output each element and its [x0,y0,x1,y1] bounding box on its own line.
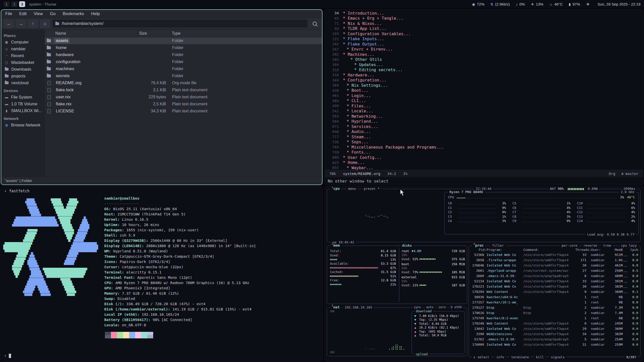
menu-item[interactable]: Go [50,11,56,16]
shell-prompt[interactable]: › [4,353,11,358]
search-button[interactable] [310,20,319,28]
org-heading-line[interactable]: 344 * Configuration... [325,78,643,83]
toolbar-nav-button[interactable] [4,19,14,28]
org-heading-line[interactable]: 384 * Nix Settings... [325,83,643,88]
process-row[interactable]: 178616 btop btop 2 nambiar 7.4M 0.0 [469,310,640,315]
workspace-button[interactable]: 3 [19,1,25,7]
disks-box-title[interactable]: disks [400,244,413,247]
org-heading-line[interactable]: 563 * Networking... [325,114,643,119]
terminate-button[interactable]: terminate [510,355,530,359]
cpu-box-title[interactable]: 1cpu [330,187,341,191]
org-heading-line[interactable]: 698 * Audio... [325,129,643,134]
org-heading-line[interactable]: 267 * Envrc + Direnv... [325,47,643,52]
net-control-button[interactable]: b eth0 [450,305,463,309]
file-row[interactable]: user.nix 229 bytes Plain text document [45,94,322,101]
net-control-button[interactable]: zero [437,305,447,309]
mem-box-title[interactable]: 2mem [330,243,341,247]
org-heading-line[interactable]: 316 * Hardware... [325,72,643,78]
org-heading-line[interactable]: 71 * Nix & Nixos... [325,21,643,26]
org-heading-line[interactable]: 162 * Flake Output... [325,41,643,47]
org-heading-line[interactable]: 461 * Login... [325,93,643,98]
menu-item[interactable]: Help [91,11,100,16]
org-heading-line[interactable]: 736 * Sops... [325,140,643,145]
menu-item[interactable]: Edit [19,11,26,16]
process-row[interactable]: 179127 btop btop 2 nambiar 7.3M 0.0 [469,305,640,310]
toolbar-nav-button[interactable] [40,19,50,28]
sidebar-item[interactable]: 1,0 TB Volume [1,101,45,107]
file-row[interactable]: hardware Folder [45,51,322,58]
process-row[interactable]: 52134 Isolated Web Co /nix/store/sm8fnrf… [469,279,640,284]
column-header-size[interactable]: Size [138,30,171,37]
net-box-title[interactable]: 3net [330,305,341,309]
menu-item[interactable]: Bookmarks [63,11,84,16]
file-row[interactable]: home Folder [45,44,322,51]
column-header-name[interactable]: Name [54,30,138,37]
menu-item[interactable]: View [34,11,43,16]
sort-selector[interactable]: cpu lazy [619,244,638,247]
workspace-button[interactable]: 1 [4,1,10,7]
process-row[interactable]: 51762 .emacs-31.0.50- /nix/store/wnqz5pa… [469,337,640,342]
bar-module[interactable]: ∗ [586,2,591,7]
org-heading-line[interactable]: 103 * Configuration Variables... [325,31,643,36]
file-row[interactable]: README.org 76,4 KiB Org-mode file [45,79,322,86]
org-heading-line[interactable]: 303 * Other Utils [325,57,643,62]
org-heading-line[interactable]: 310 * Editing secrets... [325,67,643,73]
org-heading-line[interactable]: 764 * Miscellaneous Packages and Program… [325,145,643,150]
org-heading-line[interactable]: 855 * Waybar... [325,165,643,170]
process-row[interactable]: 178294 Web Content /nix/store/sm8fnrf3wp… [469,289,640,294]
process-row[interactable]: 2658 .firefox-wrappe /nix/store/sm8fnrf3… [469,257,640,263]
sidebar-item[interactable]: nextcloud [1,79,45,86]
sidebar-item[interactable]: Browse Network [1,122,45,128]
signals-button[interactable]: signals [549,355,566,359]
file-row[interactable]: configuration Folder [45,58,322,65]
workspace-button[interactable]: 2 [11,1,17,7]
org-heading-line[interactable]: 671 * Services... [325,124,643,129]
menu-button[interactable]: menu [347,187,357,191]
sidebar-item[interactable]: Recent [1,52,45,59]
org-buffer[interactable]: 34 * Introduction... 65 * Emacs + Org + … [325,10,643,170]
org-heading-line[interactable]: 282 * Machines... [325,52,643,57]
org-heading-line[interactable]: 825 * Home... [325,160,643,165]
bar-module[interactable]: ☀ 13% [531,2,543,6]
process-row[interactable]: 177257 kworker/10:1-mm_ 1 root 0B 0.0 [469,300,640,305]
sidebar-item[interactable]: SMALLBOX Wi... [1,107,45,114]
proc-option-button[interactable]: per-core [560,244,579,247]
org-heading-line[interactable]: 799 * Fonts... [325,150,643,155]
preset-button[interactable]: preset * [362,187,381,191]
sidebar-item[interactable]: Downloads [1,66,45,73]
info-button[interactable]: info [495,355,506,359]
file-row[interactable]: flake.nix 2,5 KiB Plain text document [45,101,322,108]
select-button[interactable]: ↕ select [472,355,491,359]
process-row[interactable]: 13642 Isolated Web Co /nix/store/sm8fnrf… [469,326,640,331]
process-row[interactable]: 38936 kworker/u64:6-kc 1 root 0B 0.0 [469,294,640,300]
org-heading-line[interactable]: 121 * Flake Inputs... [325,36,643,42]
file-row[interactable]: machines Folder [45,65,322,72]
clock[interactable]: Sun, 28 Sep 2025 - 22:19 [597,2,640,6]
file-row[interactable]: secrets Folder [45,72,322,79]
org-heading-line[interactable]: 809 * User Config... [325,155,643,160]
process-row[interactable]: 178248 Web Content /nix/store/sm8fnrf3wp… [469,321,640,326]
proc-box-title[interactable]: 4proc [472,243,485,247]
net-control-button[interactable]: sync [413,305,422,309]
process-row[interactable]: 3390 WebExtensions /nix/store/sm8fnrf3wp… [469,331,640,337]
toolbar-nav-button[interactable] [28,19,38,28]
sidebar-item[interactable]: File System [1,94,45,101]
column-header-type[interactable]: Type [171,30,322,37]
file-row[interactable]: assets Folder [45,37,322,44]
bar-module[interactable]: ◉ 72% [472,2,484,6]
org-heading-line[interactable]: 65 * Emacs + Org + Tangle... [325,16,643,21]
bar-module[interactable]: ▮ 97% [569,2,580,6]
sidebar-item[interactable]: projects [1,73,45,79]
org-heading-line[interactable]: 541 * Locale... [325,109,643,114]
process-row[interactable]: 2660 .emacs-31.0.50- /nix/store/wnqz5pa8… [469,273,640,279]
process-row[interactable]: 176223 Isolated Web Co /nix/store/sm8fnr… [469,284,640,289]
process-row[interactable]: 176646 Isolated Web Co /nix/store/sm8fnr… [469,263,640,268]
proc-option-button[interactable]: reverse [582,244,599,247]
file-row[interactable]: LICENSE 34,3 KiB Plain text document [45,108,322,115]
org-heading-line[interactable]: 717 * Steam... [325,134,643,140]
menu-item[interactable]: File [5,11,12,16]
filter-button[interactable]: filter [491,244,505,247]
bar-module[interactable]: ♨ 46°C [549,2,563,6]
org-heading-line[interactable]: 93 * TLDR App List... [325,26,643,31]
process-row[interactable]: 52368 Isolated Web Co /nix/store/sm8fnrf… [469,252,640,257]
